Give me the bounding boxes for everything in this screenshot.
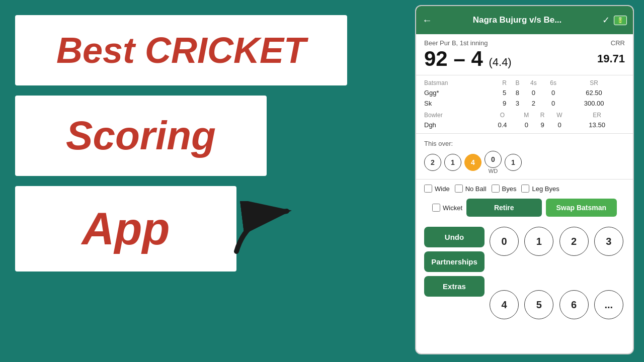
score-button[interactable]: 3 — [594, 227, 623, 256]
over-section: This over: 2140WD1 — [416, 134, 633, 179]
checkbox-row-1: Wide No Ball Byes Leg Byes — [424, 185, 625, 193]
noball-input[interactable] — [455, 185, 463, 193]
retire-button[interactable]: Retire — [466, 199, 542, 217]
col-batsman: Batsman — [424, 78, 498, 87]
col-sr: SR — [563, 78, 625, 87]
legbyes-input[interactable] — [521, 185, 529, 193]
promo-text-1: Best CRICKET — [56, 32, 306, 68]
wicket-checkbox[interactable]: Wicket — [432, 199, 462, 217]
stats-section: Batsman R B 4s 6s SR Ggg* 5 8 0 0 62.50 … — [416, 75, 633, 134]
action-row: Wicket Retire Swap Batsman — [424, 197, 625, 220]
score-button[interactable]: 4 — [490, 290, 519, 319]
back-button[interactable]: ← — [422, 15, 432, 26]
ball-circle: 1 — [505, 154, 522, 171]
col-w: W — [550, 111, 570, 120]
arrow-icon — [231, 201, 297, 261]
ball-item: 4 — [464, 154, 481, 171]
byes-checkbox[interactable]: Byes — [492, 185, 517, 193]
balls-row: 2140WD1 — [424, 151, 625, 174]
batsman-table: Batsman R B 4s 6s SR Ggg* 5 8 0 0 62.50 … — [424, 78, 625, 109]
table-row: Dgh 0.4 0 9 0 13.50 — [424, 120, 625, 130]
score-display: 92 – 4 (4.4) — [424, 47, 512, 71]
ball-item: 2 — [424, 154, 441, 171]
score-button[interactable]: 5 — [524, 290, 553, 319]
score-button[interactable]: ... — [594, 290, 623, 319]
ball-item: 1 — [505, 154, 522, 171]
col-o: O — [487, 111, 518, 120]
header-icons: ✓ 🔋 — [602, 15, 627, 26]
promo-text-2: Scoring — [66, 116, 216, 156]
col-4s: 4s — [524, 78, 543, 87]
partnerships-button[interactable]: Partnerships — [424, 251, 485, 272]
wide-input[interactable] — [424, 185, 432, 193]
left-action-buttons: Undo Partnerships Extras — [424, 227, 485, 349]
col-r: R — [498, 78, 511, 87]
promo-box-1: Best CRICKET — [15, 15, 347, 85]
app-header: ← Nagra Bujurg v/s Be... ✓ 🔋 — [416, 6, 633, 34]
table-row: Sk 9 3 2 0 300.00 — [424, 98, 625, 109]
score-button[interactable]: 6 — [559, 290, 589, 319]
promo-text-3: App — [82, 206, 170, 251]
col-rw: R — [535, 111, 549, 120]
legbyes-checkbox[interactable]: Leg Byes — [521, 185, 559, 193]
scoring-section: Undo Partnerships Extras 0123456... — [416, 223, 633, 353]
number-pad: 0123456... — [490, 227, 625, 349]
crr-value: 19.71 — [597, 52, 625, 65]
undo-button[interactable]: Undo — [424, 227, 485, 247]
battery-icon: 🔋 — [614, 16, 627, 25]
crr-label: CRR — [611, 39, 625, 47]
promo-section: Best CRICKET Scoring App — [15, 15, 362, 347]
checkbox-section: Wide No Ball Byes Leg Byes Wicket Retire… — [416, 179, 633, 223]
score-section: Beer Pur B, 1st inning CRR 92 – 4 (4.4) … — [416, 34, 633, 75]
col-6s: 6s — [543, 78, 563, 87]
col-bowler: Bowler — [424, 111, 487, 120]
match-title: Nagra Bujurg v/s Be... — [436, 15, 598, 25]
noball-checkbox[interactable]: No Ball — [455, 185, 487, 193]
score-button[interactable]: 2 — [559, 227, 589, 256]
ball-circle: 1 — [444, 154, 461, 171]
table-row: Ggg* 5 8 0 0 62.50 — [424, 87, 625, 98]
col-m: M — [518, 111, 535, 120]
bowler-table: Bowler O M R W ER Dgh 0.4 0 9 0 13.50 — [424, 111, 625, 130]
wide-checkbox[interactable]: Wide — [424, 185, 450, 193]
wd-label: WD — [489, 168, 498, 174]
col-er: ER — [569, 111, 625, 120]
ball-circle: 0 — [485, 151, 502, 168]
swap-batsman-button[interactable]: Swap Batsman — [546, 199, 617, 217]
ball-item: 1 — [444, 154, 461, 171]
score-main: 92 – 4 (4.4) — [424, 47, 512, 70]
innings-label: Beer Pur B, 1st inning — [424, 39, 488, 47]
score-button[interactable]: 1 — [524, 227, 553, 256]
extras-button[interactable]: Extras — [424, 276, 485, 297]
col-b: B — [511, 78, 524, 87]
promo-box-3: App — [15, 186, 236, 272]
byes-input[interactable] — [492, 185, 500, 193]
score-button[interactable]: 0 — [490, 227, 519, 256]
trend-icon[interactable]: ✓ — [602, 15, 610, 26]
wicket-input[interactable] — [432, 204, 440, 212]
promo-box-2: Scoring — [15, 96, 267, 176]
ball-circle: 4 — [464, 154, 481, 171]
ball-circle: 2 — [424, 154, 441, 171]
app-panel: ← Nagra Bujurg v/s Be... ✓ 🔋 Beer Pur B,… — [415, 5, 634, 354]
over-label: This over: — [424, 140, 453, 147]
ball-item: 0WD — [485, 151, 502, 174]
